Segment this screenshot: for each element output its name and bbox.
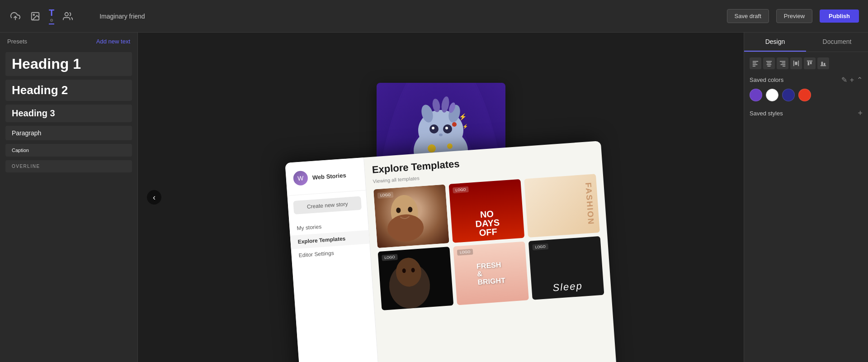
story-title: Imaginary friend: [99, 13, 145, 20]
svg-rect-55: [821, 62, 823, 66]
align-toolbar: [750, 57, 863, 69]
fresh-text: FRESH&BRIGHT: [476, 260, 506, 286]
svg-rect-43: [768, 66, 771, 67]
sleep-text: Sleep: [552, 280, 583, 294]
create-new-story-button[interactable]: Create new story: [293, 196, 362, 214]
presets-header: Presets Add new text: [0, 33, 137, 50]
saved-styles-header: Saved styles +: [750, 109, 863, 118]
svg-text:⚡: ⚡: [459, 113, 467, 121]
web-stories-logo-text: Web Stories: [312, 171, 346, 181]
svg-point-27: [452, 122, 457, 127]
add-new-text-button[interactable]: Add new text: [96, 38, 130, 45]
template-grid: LOGO LOGO NODAYSOFF FASHION: [373, 174, 604, 310]
align-bottom-button[interactable]: [817, 57, 829, 69]
saved-colors-label: Saved colors: [750, 76, 783, 83]
save-draft-button[interactable]: Save draft: [727, 9, 769, 23]
image-icon[interactable]: [29, 10, 42, 23]
canvas-prev-button[interactable]: ‹: [147, 190, 161, 205]
tab-document[interactable]: Document: [806, 33, 868, 52]
tab-design[interactable]: Design: [744, 33, 806, 52]
svg-rect-52: [808, 62, 810, 66]
align-center-button[interactable]: [763, 57, 775, 69]
svg-point-13: [432, 127, 434, 129]
color-swatches: [750, 89, 863, 101]
preset-heading3[interactable]: Heading 3: [5, 105, 132, 122]
fashion-text: FASHION: [583, 182, 599, 225]
saved-colors-actions: ✎ + ⌃: [841, 76, 863, 84]
web-stories-logo-icon: W: [293, 171, 308, 186]
overlay-main-content: Explore Templates Viewing all templates: [364, 141, 617, 362]
align-left-button[interactable]: [750, 57, 761, 69]
sleep-logo-badge: LOGO: [532, 243, 548, 250]
add-color-icon[interactable]: +: [850, 76, 854, 84]
nodays-logo-badge: LOGO: [453, 186, 469, 193]
svg-rect-40: [766, 61, 772, 62]
svg-point-19: [447, 143, 453, 149]
svg-rect-39: [753, 66, 755, 67]
svg-rect-36: [753, 61, 758, 62]
svg-point-2: [33, 14, 34, 15]
template-card-portrait[interactable]: LOGO: [373, 185, 449, 248]
svg-rect-46: [781, 64, 786, 65]
svg-rect-37: [753, 62, 756, 63]
svg-rect-53: [810, 62, 812, 64]
color-swatch-orange[interactable]: [798, 89, 811, 101]
color-swatch-darkblue[interactable]: [782, 89, 795, 101]
svg-rect-48: [793, 61, 794, 66]
saved-styles-label: Saved styles: [750, 110, 783, 117]
color-swatch-purple[interactable]: [750, 89, 762, 101]
preset-caption[interactable]: Caption: [5, 144, 132, 157]
color-swatch-white[interactable]: [766, 89, 778, 101]
collaborator-icon[interactable]: [61, 10, 74, 23]
left-panel: Presets Add new text Heading 1 Heading 2…: [0, 33, 138, 362]
svg-point-14: [445, 127, 448, 129]
svg-rect-50: [795, 62, 797, 65]
portrait-logo-badge: LOGO: [377, 192, 394, 199]
svg-text:⚡: ⚡: [462, 124, 468, 129]
collapse-colors-icon[interactable]: ⌃: [857, 76, 863, 84]
right-panel-tabs: Design Document: [744, 33, 868, 52]
right-panel: Design Document: [744, 33, 868, 362]
template-card-nodays[interactable]: LOGO NODAYSOFF: [449, 179, 525, 243]
text-T-label: T: [49, 8, 54, 18]
publish-button[interactable]: Publish: [820, 10, 859, 23]
main-layout: Presets Add new text Heading 1 Heading 2…: [0, 33, 868, 362]
svg-point-16: [428, 144, 436, 152]
dark-portrait-logo-badge: LOGO: [382, 254, 398, 261]
fresh-logo-badge: LOGO: [457, 249, 473, 256]
align-top-button[interactable]: [804, 57, 816, 69]
nodays-text: NODAYSOFF: [474, 209, 500, 238]
overlay-logo-row: W Web Stories: [286, 167, 366, 196]
template-card-fashion[interactable]: FASHION: [524, 174, 600, 238]
template-card-dark-portrait[interactable]: LOGO: [378, 247, 454, 310]
svg-point-3: [65, 12, 68, 15]
svg-rect-51: [807, 61, 812, 62]
svg-rect-56: [824, 63, 826, 65]
svg-rect-41: [767, 62, 771, 63]
svg-rect-42: [767, 64, 772, 65]
svg-point-15: [439, 133, 443, 136]
template-card-sleep[interactable]: LOGO Sleep: [528, 236, 604, 300]
text-tool-icon[interactable]: T ⚙: [49, 8, 54, 24]
svg-rect-38: [753, 64, 758, 65]
preview-button[interactable]: Preview: [776, 9, 812, 23]
svg-rect-44: [780, 61, 785, 62]
preset-heading1[interactable]: Heading 1: [5, 52, 132, 76]
preset-overline[interactable]: OVERLINE: [5, 160, 132, 172]
presets-label: Presets: [7, 38, 27, 45]
align-right-button[interactable]: [777, 57, 788, 69]
text-tool-settings: ⚙: [50, 18, 53, 23]
preset-paragraph[interactable]: Paragraph: [5, 126, 132, 140]
svg-rect-54: [821, 65, 826, 66]
top-bar: T ⚙ Imaginary friend Save draft Preview …: [0, 0, 868, 33]
add-style-icon[interactable]: +: [858, 109, 863, 118]
svg-rect-49: [798, 61, 799, 66]
preset-heading2[interactable]: Heading 2: [5, 80, 132, 101]
explore-templates-overlay: W Web Stories Create new story My storie…: [285, 141, 617, 362]
svg-rect-45: [782, 62, 785, 63]
distribute-h-button[interactable]: [790, 57, 802, 69]
edit-colors-icon[interactable]: ✎: [841, 76, 847, 84]
template-card-fresh[interactable]: LOGO FRESH&BRIGHT: [453, 242, 529, 305]
upload-icon[interactable]: [9, 10, 22, 23]
canvas-area: ‹: [138, 33, 744, 362]
